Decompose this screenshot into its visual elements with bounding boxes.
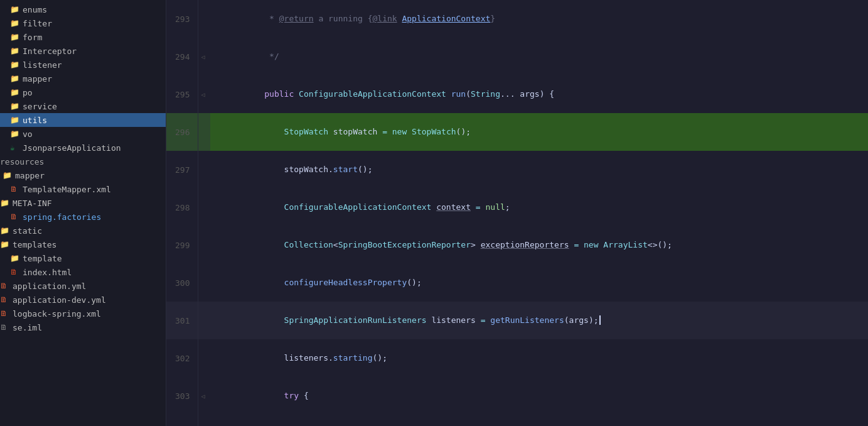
- gutter-cell: [198, 226, 210, 264]
- sidebar-item-service[interactable]: 📁 service: [0, 99, 166, 113]
- gutter-cell: [198, 264, 210, 302]
- folder-icon: 📁: [10, 19, 20, 28]
- sidebar-section-resources: resources: [0, 155, 166, 168]
- folder-icon: 📁: [10, 116, 20, 124]
- line-number: 296: [166, 113, 198, 151]
- xml-icon: 🗎: [10, 185, 20, 194]
- gutter-cell: ◁: [198, 377, 210, 415]
- line-number: 304: [166, 415, 198, 426]
- code-content: StopWatch stopWatch = new StopWatch();: [210, 113, 868, 151]
- code-content: stopWatch.start();: [210, 151, 868, 188]
- sidebar-item-index-html[interactable]: 🗎 index.html: [0, 265, 166, 279]
- gutter-cell: [198, 188, 210, 226]
- table-row: 295 ◁ public ConfigurableApplicationCont…: [166, 75, 868, 113]
- gutter-cell: [198, 113, 210, 151]
- folder-icon: 📁: [10, 129, 20, 138]
- line-number: 303: [166, 377, 198, 415]
- gutter-cell: ◁: [198, 75, 210, 113]
- code-content: */: [210, 38, 868, 75]
- gutter-cell: [198, 151, 210, 188]
- xml-icon: 🗎: [0, 309, 10, 318]
- sidebar-item-utils[interactable]: 📁 utils: [0, 113, 166, 127]
- line-number: 295: [166, 75, 198, 113]
- code-content: Collection<SpringBootExceptionReporter> …: [210, 226, 868, 264]
- folder-icon: 📁: [10, 88, 20, 97]
- gutter-cell: [198, 339, 210, 377]
- sidebar-item-application-yml[interactable]: 🗎 application.yml: [0, 279, 166, 293]
- file-tree[interactable]: 📁 enums 📁 filter 📁 form 📁 Interceptor 📁 …: [0, 0, 166, 426]
- sidebar-item-se-iml[interactable]: 🗎 se.iml: [0, 320, 166, 334]
- sidebar-item-templatemapper[interactable]: 🗎 TemplateMapper.xml: [0, 182, 166, 196]
- folder-icon: 📁: [0, 226, 10, 235]
- yml-icon: 🗎: [0, 295, 10, 304]
- code-content: try {: [210, 377, 868, 415]
- line-number: 298: [166, 188, 198, 226]
- sidebar-item-form[interactable]: 📁 form: [0, 30, 166, 44]
- java-icon: ☕: [10, 143, 20, 152]
- sidebar-item-listener[interactable]: 📁 listener: [0, 58, 166, 72]
- sidebar-item-spring-factories[interactable]: 🗎 spring.factories: [0, 210, 166, 224]
- code-content: ConfigurableApplicationContext context =…: [210, 188, 868, 226]
- folder-icon: 📁: [0, 240, 10, 249]
- folder-icon: 📁: [10, 74, 20, 83]
- table-row: 293 * @return a running {@link Applicati…: [166, 0, 868, 38]
- table-row: 299 Collection<SpringBootExceptionReport…: [166, 226, 868, 264]
- fold-marker[interactable]: ◁: [198, 391, 208, 401]
- folder-icon: 📁: [10, 254, 20, 263]
- sidebar-section-templates[interactable]: 📁 templates: [0, 238, 166, 251]
- line-number: 297: [166, 151, 198, 188]
- code-content: SpringApplicationRunListeners listeners …: [210, 302, 868, 339]
- gutter-cell: [198, 302, 210, 339]
- sidebar-item-template[interactable]: 📁 template: [0, 251, 166, 265]
- folder-icon: 📁: [0, 199, 10, 207]
- code-content: public ConfigurableApplicationContext ru…: [210, 75, 868, 113]
- line-number: 301: [166, 302, 198, 339]
- code-content: listeners.starting();: [210, 339, 868, 377]
- gutter-cell: [198, 415, 210, 426]
- sidebar-item-interceptor[interactable]: 📁 Interceptor: [0, 44, 166, 58]
- table-row: 304 ApplicationArguments applicationArgu…: [166, 415, 868, 426]
- fold-marker[interactable]: ◁: [198, 89, 208, 99]
- table-row: 297 stopWatch.start();: [166, 151, 868, 188]
- sidebar-item-application-dev-yml[interactable]: 🗎 application-dev.yml: [0, 293, 166, 307]
- line-number: 293: [166, 0, 198, 38]
- table-row: 294 ◁ */: [166, 38, 868, 75]
- folder-icon: 📁: [10, 33, 20, 41]
- folder-icon: 📁: [10, 46, 20, 55]
- line-number: 294: [166, 38, 198, 75]
- sidebar-item-logback-xml[interactable]: 🗎 logback-spring.xml: [0, 307, 166, 320]
- table-row: 296 StopWatch stopWatch = new StopWatch(…: [166, 113, 868, 151]
- table-row: 303 ◁ try {: [166, 377, 868, 415]
- sidebar-item-enums[interactable]: 📁 enums: [0, 3, 166, 16]
- sidebar-section-metainf[interactable]: 📁 META-INF: [0, 196, 166, 210]
- table-row: 301 SpringApplicationRunListeners listen…: [166, 302, 868, 339]
- folder-icon: 📁: [10, 5, 20, 14]
- folder-icon: 📁: [10, 102, 20, 111]
- line-number: 300: [166, 264, 198, 302]
- sidebar-section-static[interactable]: 📁 static: [0, 224, 166, 238]
- fold-marker[interactable]: ◁: [198, 52, 208, 62]
- line-number: 302: [166, 339, 198, 377]
- code-editor: 293 * @return a running {@link Applicati…: [166, 0, 868, 426]
- code-content: * @return a running {@link ApplicationCo…: [210, 0, 868, 38]
- sidebar-item-vo[interactable]: 📁 vo: [0, 127, 166, 141]
- sidebar-item-filter[interactable]: 📁 filter: [0, 16, 166, 30]
- gutter-cell: [198, 0, 210, 38]
- folder-icon: 📁: [3, 171, 13, 180]
- sidebar-item-mapper-resources[interactable]: 📁 mapper: [0, 168, 166, 182]
- factories-icon: 🗎: [10, 212, 20, 221]
- folder-icon: 📁: [10, 60, 20, 69]
- gutter-cell: ◁: [198, 38, 210, 75]
- sidebar-item-mapper[interactable]: 📁 mapper: [0, 72, 166, 85]
- line-number: 299: [166, 226, 198, 264]
- html-icon: 🗎: [10, 268, 20, 276]
- yml-icon: 🗎: [0, 281, 10, 290]
- code-lines: 293 * @return a running {@link Applicati…: [166, 0, 868, 426]
- table-row: 300 configureHeadlessProperty();: [166, 264, 868, 302]
- code-content: ApplicationArguments applicationArgument…: [210, 415, 868, 426]
- table-row: 298 ConfigurableApplicationContext conte…: [166, 188, 868, 226]
- code-content: configureHeadlessProperty();: [210, 264, 868, 302]
- sidebar-item-jsonparse-app[interactable]: ☕ JsonparseApplication: [0, 141, 166, 155]
- sidebar-item-po[interactable]: 📁 po: [0, 85, 166, 99]
- iml-icon: 🗎: [0, 323, 10, 332]
